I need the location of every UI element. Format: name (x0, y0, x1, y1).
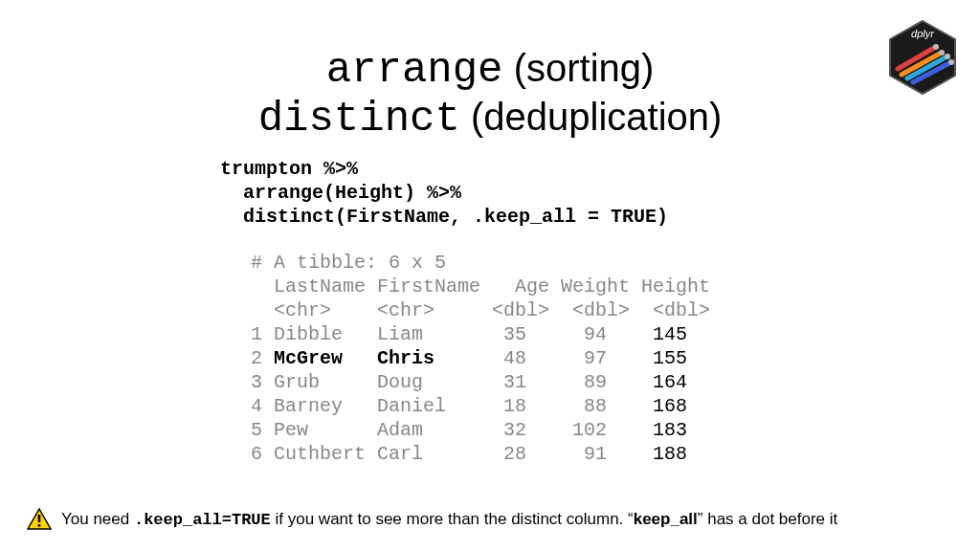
footer-code: .keep_all=TRUE (134, 511, 271, 529)
title-arrange: arrange (326, 46, 503, 94)
svg-point-7 (945, 54, 950, 59)
column-types: <chr> <chr> <dbl> <dbl> <dbl> (251, 299, 710, 321)
slide-title: arrange (sorting) distinct (deduplicatio… (0, 46, 980, 143)
svg-text:dplyr: dplyr (911, 28, 935, 39)
footer-note: You need .keep_all=TRUE if you want to s… (27, 507, 837, 532)
svg-rect-1 (38, 515, 41, 522)
svg-point-6 (939, 50, 945, 55)
footer-p2: if you want to see more than the distinc… (271, 510, 634, 528)
svg-point-8 (948, 59, 954, 65)
title-distinct: distinct (258, 95, 460, 143)
footer-p3: ” has a dot before it (698, 510, 837, 528)
console-output: # A tibble: 6 x 5 LastName FirstName Age… (251, 251, 710, 466)
footer-bold: keep_all (634, 510, 698, 528)
title-sorting: (sorting) (503, 47, 655, 89)
code-block: trumpton %>% arrange(Height) %>% distinc… (220, 157, 668, 229)
column-names: LastName FirstName Age Weight Height (251, 276, 710, 298)
footer-p1: You need (61, 510, 134, 528)
warning-icon (27, 507, 52, 532)
svg-point-5 (933, 44, 939, 50)
tibble-header: # A tibble: 6 x 5 (251, 252, 446, 274)
dplyr-logo-icon: dplyr (888, 19, 957, 99)
title-dedup: (deduplication) (460, 96, 723, 138)
svg-rect-2 (38, 524, 41, 527)
